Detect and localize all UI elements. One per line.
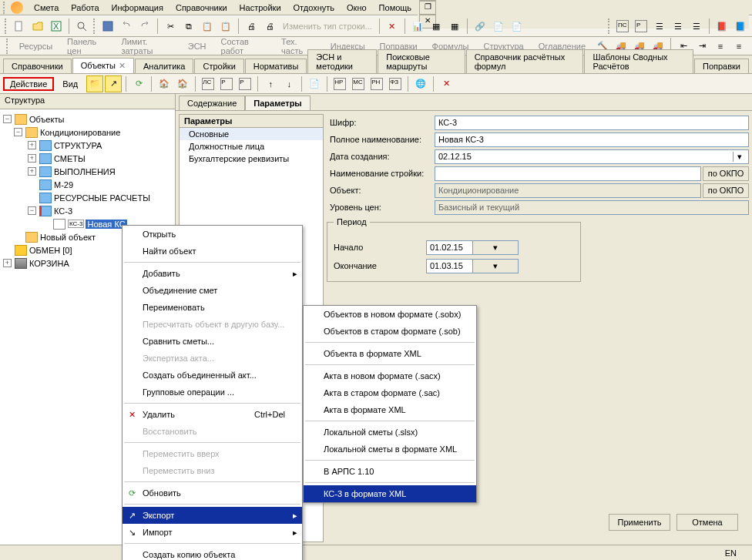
tb2-composition[interactable]: Состав работ bbox=[215, 35, 274, 58]
tool-list3-icon[interactable]: ☰ bbox=[688, 18, 705, 35]
house2-icon[interactable]: 🏠 bbox=[174, 75, 191, 92]
menu-settings[interactable]: Настройки bbox=[233, 2, 287, 14]
apply-button[interactable]: Применить bbox=[609, 514, 670, 531]
ctx-open[interactable]: Открыть bbox=[123, 226, 302, 243]
input-stroika[interactable] bbox=[435, 166, 701, 181]
tree-kc3[interactable]: −КС-3 bbox=[0, 204, 175, 217]
input-shifr[interactable]: КС-3 bbox=[435, 116, 749, 130]
tool-cut-icon[interactable]: ✂ bbox=[162, 18, 179, 35]
param-accounting[interactable]: Бухгалтерские реквизиты bbox=[180, 153, 323, 165]
tab-esn[interactable]: ЭСН и методики bbox=[307, 49, 377, 73]
ctx-export[interactable]: ↗Экспорт▸ bbox=[123, 507, 302, 524]
input-end-date[interactable]: 01.03.15▾ bbox=[426, 259, 519, 273]
exp-sob[interactable]: Объектов в старом формате (.sob) bbox=[304, 323, 476, 340]
menu-rabota[interactable]: Работа bbox=[65, 2, 105, 14]
tool-list2-icon[interactable]: ☰ bbox=[670, 18, 687, 35]
ctx-copy[interactable]: Создать копию объекта bbox=[123, 546, 302, 560]
tool-copy-icon[interactable]: ⧉ bbox=[180, 18, 197, 35]
p2-icon[interactable]: Р bbox=[237, 75, 253, 92]
tool-doc-icon[interactable]: 📄 bbox=[490, 18, 507, 35]
tb2-esn[interactable]: ЭСН bbox=[182, 39, 213, 53]
ctx-compare[interactable]: Сравнить сметы... bbox=[123, 333, 302, 350]
date-dropdown-icon[interactable]: ▾ bbox=[733, 152, 745, 162]
param-officials[interactable]: Должностные лица bbox=[180, 140, 323, 153]
tb2-limits[interactable]: Лимит. затраты bbox=[115, 35, 179, 58]
exp-act-xml[interactable]: Акта в формате XML bbox=[304, 401, 476, 418]
tool-chart-icon[interactable]: 📊 bbox=[409, 18, 426, 35]
doc-icon[interactable]: 📄 bbox=[306, 75, 323, 92]
ctx-merged-act[interactable]: Создать объединенный акт... bbox=[123, 367, 302, 384]
tool-redo-icon[interactable] bbox=[136, 18, 153, 35]
tool-excel-icon[interactable]: X bbox=[48, 18, 65, 35]
nav-open-button[interactable]: ↗ bbox=[105, 75, 122, 92]
tool-printer-icon[interactable]: 🖨 bbox=[243, 18, 260, 35]
tool-printer2-icon[interactable]: 🖨 bbox=[261, 18, 278, 35]
tb2-resources[interactable]: Ресурсы bbox=[13, 39, 59, 53]
tree-root[interactable]: −Объекты bbox=[0, 112, 175, 126]
np-icon[interactable]: НР bbox=[331, 75, 348, 92]
tree-smety[interactable]: +СМЕТЫ bbox=[0, 152, 175, 165]
ctx-add[interactable]: Добавить▸ bbox=[123, 265, 302, 282]
tool-book2-icon[interactable]: 📘 bbox=[732, 18, 749, 35]
change-row-type[interactable]: Изменить тип строки... bbox=[280, 20, 375, 32]
tree-struct[interactable]: +СТРУКТУРА bbox=[0, 139, 175, 152]
tab-templates[interactable]: Шаблоны Сводных Расчётов bbox=[584, 49, 693, 73]
tree-m29[interactable]: М-29 bbox=[0, 178, 175, 191]
exp-slsx[interactable]: Локальной сметы (.slsx) bbox=[304, 424, 476, 441]
tree-vypoln[interactable]: +ВЫПОЛНЕНИЯ bbox=[0, 165, 175, 178]
nc-icon[interactable]: ЛС bbox=[200, 75, 217, 92]
ctx-refresh[interactable]: ⟳Обновить bbox=[123, 485, 302, 501]
ph-icon[interactable]: РН bbox=[368, 75, 385, 92]
tab-corrections[interactable]: Поправки bbox=[694, 59, 749, 73]
tool-open-icon[interactable] bbox=[29, 18, 46, 35]
tool-align-icon[interactable]: ≡ bbox=[712, 38, 729, 55]
exp-arps[interactable]: В АРПС 1.10 bbox=[304, 463, 476, 480]
tree-res[interactable]: РЕСУРСНЫЕ РАСЧЕТЫ bbox=[0, 191, 175, 204]
subtab-content[interactable]: Содержание bbox=[179, 96, 245, 110]
ctx-group-ops[interactable]: Групповые операции ... bbox=[123, 384, 302, 401]
tool-doc2-icon[interactable]: 📄 bbox=[509, 18, 525, 35]
tool-book-icon[interactable]: 📕 bbox=[713, 18, 730, 35]
tool-zoom-icon[interactable] bbox=[73, 18, 90, 35]
ctx-merge[interactable]: Объединение смет bbox=[123, 282, 302, 299]
tool-col2-icon[interactable]: ▦ bbox=[446, 18, 463, 35]
globe-icon[interactable]: 🌐 bbox=[412, 75, 429, 92]
p-icon[interactable]: Р bbox=[218, 75, 235, 92]
dropdown-icon[interactable]: ▾ bbox=[472, 260, 519, 273]
ctx-delete[interactable]: ✕УдалитьCtrl+Del bbox=[123, 406, 302, 423]
tree-cond[interactable]: −Кондиционирование bbox=[0, 126, 175, 139]
tool-paste2-icon[interactable]: 📋 bbox=[217, 18, 234, 35]
tab-stroiki[interactable]: Стройки bbox=[194, 59, 243, 73]
tab-spravochniki[interactable]: Справочники bbox=[3, 59, 72, 73]
okpo-button-1[interactable]: по ОКПО bbox=[703, 166, 749, 181]
tool-link-icon[interactable]: 🔗 bbox=[472, 18, 488, 35]
okpo-button-2[interactable]: по ОКПО bbox=[703, 183, 749, 198]
tab-search-routes[interactable]: Поисковые маршруты bbox=[378, 49, 465, 73]
tab-normatives[interactable]: Нормативы bbox=[245, 59, 307, 73]
action-menu[interactable]: Действие bbox=[3, 77, 54, 91]
input-fullname[interactable]: Новая КС-3 bbox=[435, 132, 749, 147]
menu-window[interactable]: Окно bbox=[341, 2, 373, 14]
delete-icon[interactable]: ✕ bbox=[438, 75, 455, 92]
subtab-params[interactable]: Параметры bbox=[245, 96, 310, 110]
f3-icon[interactable]: ФЗ bbox=[387, 75, 404, 92]
exp-sobx[interactable]: Объектов в новом формате (.sobx) bbox=[304, 306, 476, 323]
menu-relax[interactable]: Отдохнуть bbox=[287, 2, 341, 14]
tool-list-icon[interactable]: ☰ bbox=[651, 18, 668, 35]
tab-analytics[interactable]: Аналитика bbox=[135, 59, 193, 73]
tool-new-icon[interactable] bbox=[11, 18, 28, 35]
tool-save-icon[interactable] bbox=[99, 18, 116, 35]
mc-icon[interactable]: МС bbox=[350, 75, 367, 92]
down-arrow-icon[interactable]: ↓ bbox=[280, 75, 297, 92]
up-arrow-icon[interactable]: ↑ bbox=[262, 75, 279, 92]
tab-objects[interactable]: Объекты✕ bbox=[72, 58, 134, 73]
menu-help[interactable]: Помощь bbox=[373, 2, 418, 14]
exp-kc3-xml[interactable]: КС-3 в формате XML bbox=[304, 485, 476, 502]
tool-outdent-icon[interactable]: ⇥ bbox=[693, 38, 710, 55]
ctx-rename[interactable]: Переименовать bbox=[123, 299, 302, 316]
nav-up-button[interactable]: 📁 bbox=[86, 75, 103, 92]
param-basic[interactable]: Основные bbox=[180, 128, 323, 140]
view-menu[interactable]: Вид bbox=[55, 77, 85, 91]
tool-undo-icon[interactable] bbox=[118, 18, 135, 35]
tool-pv-icon[interactable]: Р bbox=[633, 18, 650, 35]
